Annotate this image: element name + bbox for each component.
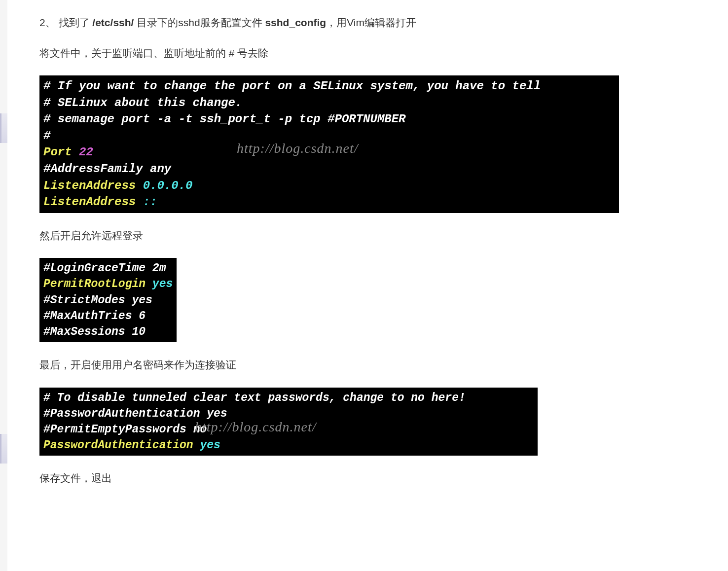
paragraph-2: 将文件中，关于监听端口、监听地址前的 # 号去除 [39, 45, 698, 61]
terminal-text: # If you want to change the port on a SE… [43, 79, 541, 93]
terminal-line: #StrictModes yes [43, 292, 173, 308]
terminal-line: # semanage port -a -t ssh_port_t -p tcp … [43, 111, 615, 128]
terminal-text: #PasswordAuthentication yes [43, 407, 227, 420]
paragraph-1: 2、 找到了 /etc/ssh/ 目录下的sshd服务配置文件 sshd_con… [39, 15, 698, 31]
left-gutter [0, 0, 7, 571]
terminal-text: #AddressFamily any [43, 162, 171, 176]
terminal-text: PermitRootLogin [43, 278, 146, 290]
gutter-marker [0, 434, 7, 464]
terminal-text: ListenAddress [43, 179, 136, 192]
terminal-line: #MaxAuthTries 6 [43, 308, 173, 324]
terminal-line: #PasswordAuthentication yes [43, 406, 534, 422]
terminal-text: 0.0.0.0 [136, 179, 192, 192]
terminal-screenshot-2: #LoginGraceTime 2mPermitRootLogin yes#St… [39, 258, 177, 342]
terminal-line: # [43, 128, 615, 144]
terminal-text: :: [136, 195, 157, 209]
terminal-text: #PermitEmptyPasswords no [43, 423, 207, 436]
terminal-text: yes [146, 278, 173, 290]
terminal-line: #MaxSessions 10 [43, 324, 173, 340]
terminal-line: ListenAddress 0.0.0.0 [43, 178, 615, 194]
path-text: /etc/ssh/ [92, 17, 134, 28]
terminal-text: ListenAddress [43, 195, 136, 209]
terminal-line: # SELinux about this change. [43, 95, 615, 111]
terminal-line: ListenAddress :: [43, 194, 615, 211]
terminal-text: PasswordAuthentication [43, 439, 193, 452]
terminal-text: Port [43, 145, 72, 159]
terminal-screenshot-1: http://blog.csdn.net/ # If you want to c… [39, 75, 619, 213]
article-content: 2、 找到了 /etc/ssh/ 目录下的sshd服务配置文件 sshd_con… [7, 0, 728, 571]
terminal-line: #PermitEmptyPasswords no [43, 422, 534, 437]
terminal-text: #StrictModes yes [43, 294, 152, 307]
paragraph-3: 然后开启允许远程登录 [39, 228, 698, 244]
gutter-marker [0, 113, 7, 143]
terminal-screenshot-3: http://blog.csdn.net/ # To disable tunne… [39, 388, 538, 456]
terminal-line: PermitRootLogin yes [43, 276, 173, 292]
terminal-line: # To disable tunneled clear text passwor… [43, 390, 534, 406]
filename-text: sshd_config [265, 17, 326, 28]
terminal-text: #MaxAuthTries 6 [43, 310, 146, 322]
terminal-text: # semanage port -a -t ssh_port_t -p tcp … [43, 112, 406, 126]
terminal-text: # SELinux about this change. [43, 96, 242, 109]
text: 2、 找到了 [39, 17, 92, 28]
paragraph-4: 最后，开启使用用户名密码来作为连接验证 [39, 357, 698, 373]
terminal-text: yes [193, 439, 220, 452]
terminal-line: #AddressFamily any [43, 161, 615, 178]
terminal-text: # [43, 129, 50, 143]
text: ，用Vim编辑器打开 [326, 17, 416, 28]
terminal-text: #MaxSessions 10 [43, 325, 146, 338]
text: 目录下的sshd服务配置文件 [134, 17, 265, 28]
terminal-line: #LoginGraceTime 2m [43, 260, 173, 276]
terminal-line: PasswordAuthentication yes [43, 437, 534, 453]
terminal-text: 22 [72, 145, 93, 159]
terminal-line: # If you want to change the port on a SE… [43, 78, 615, 95]
terminal-text: #LoginGraceTime 2m [43, 262, 166, 275]
terminal-line: Port 22 [43, 144, 615, 161]
terminal-text: # To disable tunneled clear text passwor… [43, 392, 466, 404]
paragraph-5: 保存文件，退出 [39, 470, 698, 486]
